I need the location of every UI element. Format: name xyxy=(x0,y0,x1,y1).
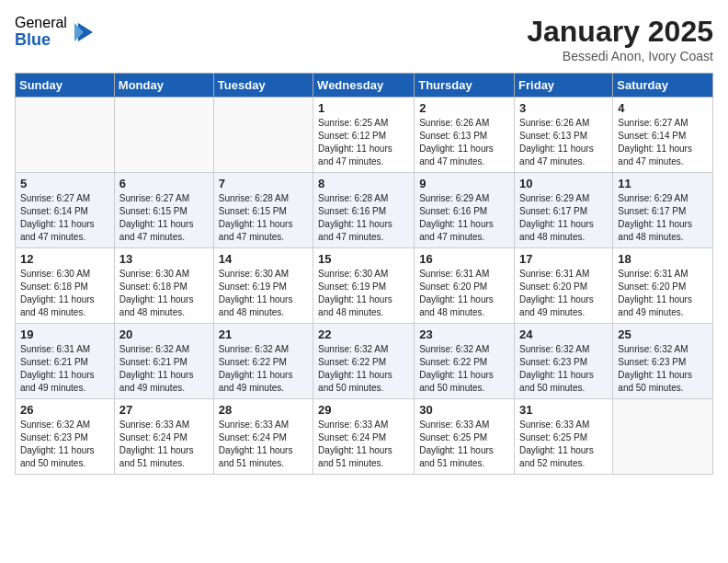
logo-blue: Blue xyxy=(15,31,67,50)
day-cell-29: 29Sunrise: 6:33 AM Sunset: 6:24 PM Dayli… xyxy=(313,399,415,475)
day-number: 4 xyxy=(618,101,708,115)
day-info: Sunrise: 6:28 AM Sunset: 6:16 PM Dayligh… xyxy=(318,192,409,244)
day-info: Sunrise: 6:31 AM Sunset: 6:21 PM Dayligh… xyxy=(20,343,109,395)
page-header: General Blue January 2025 Bessedi Anon, … xyxy=(15,15,713,63)
empty-cell xyxy=(213,98,313,173)
weekday-header-row: SundayMondayTuesdayWednesdayThursdayFrid… xyxy=(16,74,713,98)
day-info: Sunrise: 6:29 AM Sunset: 6:16 PM Dayligh… xyxy=(419,192,509,244)
day-number: 14 xyxy=(219,252,308,266)
day-cell-9: 9Sunrise: 6:29 AM Sunset: 6:16 PM Daylig… xyxy=(415,173,515,248)
day-cell-21: 21Sunrise: 6:32 AM Sunset: 6:22 PM Dayli… xyxy=(213,324,313,399)
weekday-header-tuesday: Tuesday xyxy=(213,74,313,98)
day-number: 29 xyxy=(318,403,409,417)
title-block: January 2025 Bessedi Anon, Ivory Coast xyxy=(527,15,713,63)
day-cell-17: 17Sunrise: 6:31 AM Sunset: 6:20 PM Dayli… xyxy=(515,248,613,324)
week-row-5: 26Sunrise: 6:32 AM Sunset: 6:23 PM Dayli… xyxy=(16,399,713,475)
week-row-3: 12Sunrise: 6:30 AM Sunset: 6:18 PM Dayli… xyxy=(16,248,713,324)
day-cell-19: 19Sunrise: 6:31 AM Sunset: 6:21 PM Dayli… xyxy=(16,324,115,399)
day-info: Sunrise: 6:33 AM Sunset: 6:25 PM Dayligh… xyxy=(419,419,509,470)
week-row-2: 5Sunrise: 6:27 AM Sunset: 6:14 PM Daylig… xyxy=(16,173,713,248)
day-number: 18 xyxy=(618,252,708,266)
day-number: 3 xyxy=(519,101,608,115)
day-number: 10 xyxy=(519,177,608,190)
day-info: Sunrise: 6:30 AM Sunset: 6:18 PM Dayligh… xyxy=(119,268,209,319)
day-info: Sunrise: 6:31 AM Sunset: 6:20 PM Dayligh… xyxy=(519,268,608,319)
empty-cell xyxy=(16,98,115,173)
day-info: Sunrise: 6:25 AM Sunset: 6:12 PM Dayligh… xyxy=(318,117,409,168)
day-info: Sunrise: 6:31 AM Sunset: 6:20 PM Dayligh… xyxy=(618,268,708,319)
day-number: 30 xyxy=(419,403,509,417)
day-cell-20: 20Sunrise: 6:32 AM Sunset: 6:21 PM Dayli… xyxy=(114,324,213,399)
day-number: 7 xyxy=(219,177,308,190)
day-number: 27 xyxy=(119,403,209,417)
day-info: Sunrise: 6:32 AM Sunset: 6:22 PM Dayligh… xyxy=(419,343,509,395)
day-cell-4: 4Sunrise: 6:27 AM Sunset: 6:14 PM Daylig… xyxy=(613,98,713,173)
weekday-header-saturday: Saturday xyxy=(613,74,713,98)
day-info: Sunrise: 6:26 AM Sunset: 6:13 PM Dayligh… xyxy=(519,117,608,168)
day-number: 20 xyxy=(119,327,209,341)
day-cell-30: 30Sunrise: 6:33 AM Sunset: 6:25 PM Dayli… xyxy=(415,399,515,475)
logo-icon xyxy=(71,19,97,45)
day-number: 19 xyxy=(20,327,109,341)
day-info: Sunrise: 6:32 AM Sunset: 6:22 PM Dayligh… xyxy=(219,343,308,395)
day-cell-18: 18Sunrise: 6:31 AM Sunset: 6:20 PM Dayli… xyxy=(613,248,713,324)
day-cell-24: 24Sunrise: 6:32 AM Sunset: 6:23 PM Dayli… xyxy=(515,324,613,399)
day-cell-16: 16Sunrise: 6:31 AM Sunset: 6:20 PM Dayli… xyxy=(415,248,515,324)
day-info: Sunrise: 6:32 AM Sunset: 6:22 PM Dayligh… xyxy=(318,343,409,395)
day-number: 11 xyxy=(618,177,708,190)
day-number: 31 xyxy=(519,403,608,417)
week-row-4: 19Sunrise: 6:31 AM Sunset: 6:21 PM Dayli… xyxy=(16,324,713,399)
day-info: Sunrise: 6:26 AM Sunset: 6:13 PM Dayligh… xyxy=(419,117,509,168)
day-info: Sunrise: 6:29 AM Sunset: 6:17 PM Dayligh… xyxy=(618,192,708,244)
day-info: Sunrise: 6:33 AM Sunset: 6:24 PM Dayligh… xyxy=(219,419,308,470)
month-title: January 2025 xyxy=(527,15,713,49)
day-cell-26: 26Sunrise: 6:32 AM Sunset: 6:23 PM Dayli… xyxy=(16,399,115,475)
day-number: 8 xyxy=(318,177,409,190)
empty-cell xyxy=(114,98,213,173)
day-info: Sunrise: 6:32 AM Sunset: 6:23 PM Dayligh… xyxy=(618,343,708,395)
day-info: Sunrise: 6:30 AM Sunset: 6:19 PM Dayligh… xyxy=(318,268,409,319)
day-number: 16 xyxy=(419,252,509,266)
day-cell-2: 2Sunrise: 6:26 AM Sunset: 6:13 PM Daylig… xyxy=(415,98,515,173)
empty-cell xyxy=(613,399,713,475)
day-number: 17 xyxy=(519,252,608,266)
day-info: Sunrise: 6:32 AM Sunset: 6:23 PM Dayligh… xyxy=(20,419,109,470)
day-number: 2 xyxy=(419,101,509,115)
day-info: Sunrise: 6:31 AM Sunset: 6:20 PM Dayligh… xyxy=(419,268,509,319)
logo: General Blue xyxy=(15,15,97,49)
day-number: 23 xyxy=(419,327,509,341)
day-info: Sunrise: 6:27 AM Sunset: 6:15 PM Dayligh… xyxy=(119,192,209,244)
weekday-header-monday: Monday xyxy=(114,74,213,98)
day-cell-1: 1Sunrise: 6:25 AM Sunset: 6:12 PM Daylig… xyxy=(313,98,415,173)
day-info: Sunrise: 6:33 AM Sunset: 6:25 PM Dayligh… xyxy=(519,419,608,470)
day-number: 21 xyxy=(219,327,308,341)
day-cell-5: 5Sunrise: 6:27 AM Sunset: 6:14 PM Daylig… xyxy=(16,173,115,248)
day-info: Sunrise: 6:27 AM Sunset: 6:14 PM Dayligh… xyxy=(618,117,708,168)
day-cell-8: 8Sunrise: 6:28 AM Sunset: 6:16 PM Daylig… xyxy=(313,173,415,248)
day-number: 24 xyxy=(519,327,608,341)
day-cell-15: 15Sunrise: 6:30 AM Sunset: 6:19 PM Dayli… xyxy=(313,248,415,324)
day-cell-3: 3Sunrise: 6:26 AM Sunset: 6:13 PM Daylig… xyxy=(515,98,613,173)
day-cell-6: 6Sunrise: 6:27 AM Sunset: 6:15 PM Daylig… xyxy=(114,173,213,248)
day-cell-28: 28Sunrise: 6:33 AM Sunset: 6:24 PM Dayli… xyxy=(213,399,313,475)
weekday-header-friday: Friday xyxy=(515,74,613,98)
day-number: 26 xyxy=(20,403,109,417)
day-cell-22: 22Sunrise: 6:32 AM Sunset: 6:22 PM Dayli… xyxy=(313,324,415,399)
weekday-header-sunday: Sunday xyxy=(16,74,115,98)
day-cell-27: 27Sunrise: 6:33 AM Sunset: 6:24 PM Dayli… xyxy=(114,399,213,475)
week-row-1: 1Sunrise: 6:25 AM Sunset: 6:12 PM Daylig… xyxy=(16,98,713,173)
day-number: 1 xyxy=(318,101,409,115)
day-cell-12: 12Sunrise: 6:30 AM Sunset: 6:18 PM Dayli… xyxy=(16,248,115,324)
day-cell-14: 14Sunrise: 6:30 AM Sunset: 6:19 PM Dayli… xyxy=(213,248,313,324)
day-info: Sunrise: 6:33 AM Sunset: 6:24 PM Dayligh… xyxy=(119,419,209,470)
day-info: Sunrise: 6:28 AM Sunset: 6:15 PM Dayligh… xyxy=(219,192,308,244)
day-info: Sunrise: 6:32 AM Sunset: 6:23 PM Dayligh… xyxy=(519,343,608,395)
day-cell-23: 23Sunrise: 6:32 AM Sunset: 6:22 PM Dayli… xyxy=(415,324,515,399)
day-number: 25 xyxy=(618,327,708,341)
day-number: 5 xyxy=(20,177,109,190)
day-cell-13: 13Sunrise: 6:30 AM Sunset: 6:18 PM Dayli… xyxy=(114,248,213,324)
day-number: 9 xyxy=(419,177,509,190)
day-number: 13 xyxy=(119,252,209,266)
logo-text: General Blue xyxy=(15,15,67,49)
logo-general: General xyxy=(15,15,67,31)
